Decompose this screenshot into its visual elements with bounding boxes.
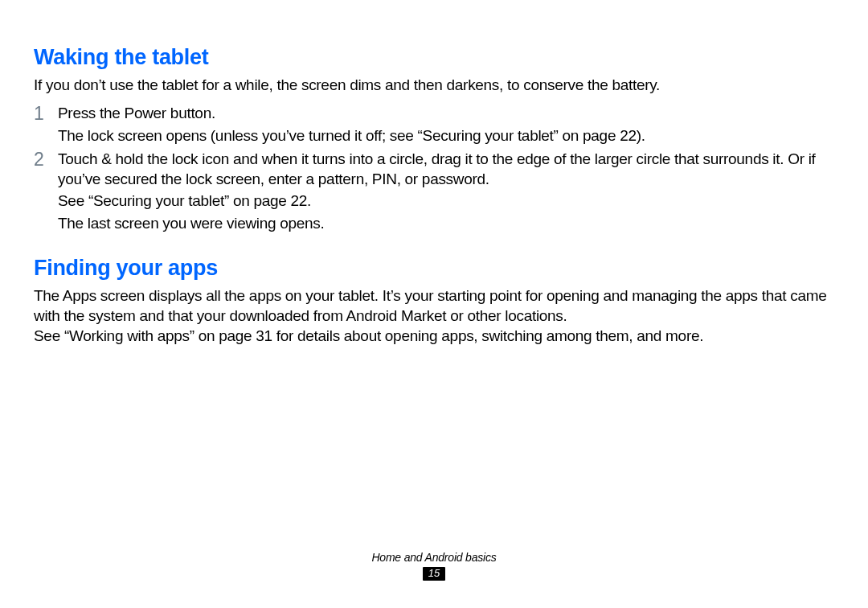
step-line: The last screen you were viewing opens. [58,213,834,233]
heading-waking-the-tablet: Waking the tablet [34,45,834,70]
step-line: Touch & hold the lock icon and when it t… [58,149,834,190]
page-footer: Home and Android basics 15 [0,551,868,581]
footer-chapter-title: Home and Android basics [0,551,868,564]
page-number-badge: 15 [423,567,445,581]
manual-page: Waking the tablet If you don’t use the t… [0,0,868,608]
step-number: 1 [34,103,58,124]
step-line: The lock screen opens (unless you’ve tur… [58,125,834,146]
step-body: Touch & hold the lock icon and when it t… [58,149,834,235]
step-2: 2 Touch & hold the lock icon and when it… [34,149,834,235]
step-1: 1 Press the Power button. The lock scree… [34,103,834,147]
step-number: 2 [34,149,58,170]
step-line: See “Securing your tablet” on page 22. [58,191,834,211]
section1-steps: 1 Press the Power button. The lock scree… [34,103,834,235]
section1-intro: If you don’t use the tablet for a while,… [34,75,834,95]
step-line: Press the Power button. [58,103,834,123]
section2-para-2: See “Working with apps” on page 31 for d… [34,326,834,346]
heading-finding-your-apps: Finding your apps [34,256,834,281]
section2-para-1: The Apps screen displays all the apps on… [34,286,834,327]
step-body: Press the Power button. The lock screen … [58,103,834,147]
